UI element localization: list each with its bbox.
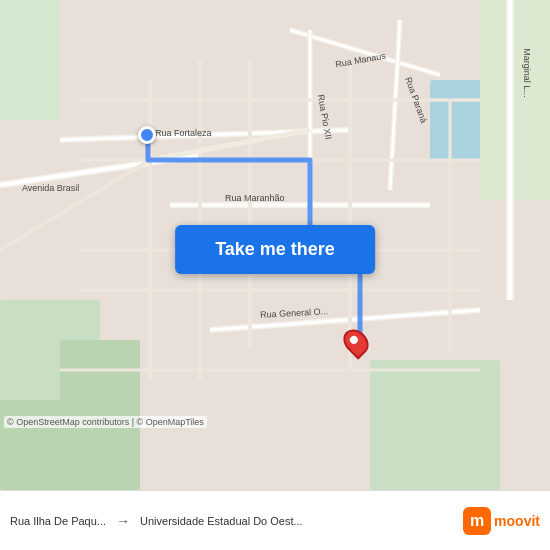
map-background: Rua Manaus Rua Fortaleza Avenida Brasil … [0, 0, 550, 490]
footer-arrow-icon: → [116, 513, 130, 529]
footer-bar: Rua Ilha De Paqu... → Universidade Estad… [0, 490, 550, 550]
svg-rect-7 [0, 400, 140, 490]
map-attribution: © OpenStreetMap contributors | © OpenMap… [4, 416, 207, 428]
moovit-logo: m moovit [463, 507, 540, 535]
take-me-there-button[interactable]: Take me there [175, 225, 375, 274]
origin-marker [138, 126, 156, 144]
destination-marker [345, 328, 367, 356]
footer-to-label: Universidade Estadual Do Oest... [140, 515, 303, 527]
footer-from-label: Rua Ilha De Paqu... [10, 515, 106, 527]
svg-rect-6 [370, 360, 500, 490]
moovit-logo-icon: m [463, 507, 491, 535]
svg-rect-4 [480, 0, 550, 200]
footer-content: Rua Ilha De Paqu... → Universidade Estad… [10, 507, 540, 535]
svg-rect-5 [0, 0, 60, 120]
map-container: Rua Manaus Rua Fortaleza Avenida Brasil … [0, 0, 550, 490]
moovit-text: moovit [494, 513, 540, 529]
footer-route-info: Rua Ilha De Paqu... → Universidade Estad… [10, 513, 463, 529]
